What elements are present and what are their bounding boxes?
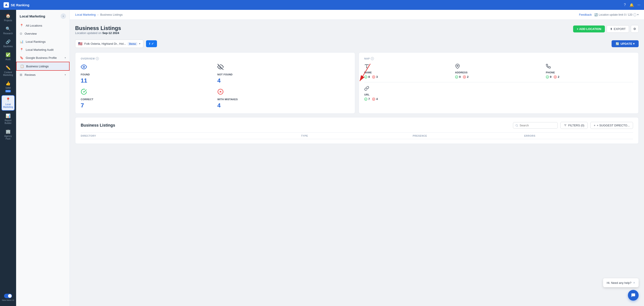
- nap-phone-incorrect-num: 2: [558, 75, 559, 78]
- stats-grid: FOUND 11: [81, 64, 350, 109]
- nap-name-label: NAME: [364, 71, 452, 74]
- update-button[interactable]: 🔄 UPDATE ▾: [612, 40, 639, 47]
- reviews-icon: ⊞: [20, 73, 22, 76]
- nap-phone-correct: 9: [546, 75, 552, 78]
- sidebar-label-smm: SMM: [5, 87, 10, 90]
- sidebar-item-local[interactable]: 📍 Local Marketing: [1, 95, 15, 111]
- nap-phone-item: PHONE 9 2: [546, 64, 633, 78]
- stat-mistakes: WITH MISTAKES 4: [217, 88, 350, 109]
- export-button[interactable]: ⬆ EXPORT: [607, 25, 629, 33]
- search-box[interactable]: [513, 122, 558, 128]
- nap-name-item: NAME 8 3: [364, 64, 452, 78]
- nap-card-title: NAP i: [364, 57, 633, 60]
- overview-title-label: OVERVIEW: [81, 57, 95, 60]
- sidebar-item-smm[interactable]: 👍 SMM Beta: [1, 79, 15, 94]
- nap-phone-label: PHONE: [546, 71, 633, 74]
- fb-check-icon: ✓: [152, 42, 154, 46]
- nav-label-overview: Overview: [24, 32, 66, 35]
- nap-phone-correct-num: 9: [550, 75, 552, 78]
- fb-icon: f: [149, 42, 150, 46]
- correct-icon: [81, 88, 213, 96]
- mistakes-label: WITH MISTAKES: [217, 98, 350, 101]
- local-icon: 📍: [6, 97, 10, 102]
- update-refresh-icon: 🔄: [616, 42, 619, 46]
- sidebar-item-projects[interactable]: 🏠 Projects: [1, 12, 15, 24]
- sidebar-item-audit[interactable]: ✅ Audit: [1, 50, 15, 63]
- nav-label-reviews: Reviews: [24, 73, 62, 76]
- nap-title-label: NAP: [364, 57, 370, 60]
- facebook-button[interactable]: f ✓: [146, 40, 157, 47]
- chat-close-button[interactable]: ×: [633, 281, 635, 284]
- add-location-button[interactable]: + ADD LOCATION: [573, 26, 605, 32]
- listings-table-header: DIRECTORY TYPE PRESENCE ERRORS: [81, 132, 633, 139]
- limit-icon: 🔄: [594, 13, 598, 16]
- demo-badge: Demo: [128, 42, 137, 46]
- chat-tooltip: Hi. Need any help? ×: [603, 278, 639, 287]
- sidebar-item-content[interactable]: ✏️ Content Marketing: [1, 64, 15, 78]
- nav-overview[interactable]: ⊙ Overview: [16, 30, 70, 38]
- nap-address-incorrect: 2: [463, 75, 468, 78]
- filter-icon: [564, 124, 567, 127]
- found-value: 11: [81, 77, 213, 84]
- col-directory: DIRECTORY: [81, 134, 298, 137]
- more-icon[interactable]: ···: [638, 3, 640, 7]
- gbp-icon: 🔖: [20, 56, 24, 60]
- limit-label: Location update limit: [598, 13, 623, 16]
- icon-sidebar: 🏠 Projects 🔍 Research 🔗 Backlinks ✅ Audi…: [0, 10, 16, 306]
- overview-info-icon[interactable]: i: [96, 57, 99, 60]
- stat-not-found: NOT FOUND 4: [217, 64, 350, 84]
- sidebar-item-report[interactable]: 📊 Report Builder: [1, 112, 15, 126]
- feedback-button[interactable]: Feedback: [579, 13, 592, 16]
- chat-bubble-button[interactable]: [628, 290, 639, 301]
- search-icon: [516, 124, 518, 127]
- subtitle-prefix: Location updated on: [75, 31, 102, 35]
- svg-line-28: [518, 126, 518, 126]
- nav-local-marketing-audit[interactable]: 📍 Local Marketing Audit: [16, 46, 70, 54]
- nap-name-counts: 8 3: [364, 75, 452, 78]
- nap-name-correct-num: 8: [368, 75, 370, 78]
- bell-icon[interactable]: 🔔: [630, 3, 634, 7]
- nav-label-business-listings: Business Listings: [26, 65, 66, 68]
- limit-chevron: ▾: [637, 13, 639, 16]
- nav-reviews[interactable]: ⊞ Reviews ▾: [16, 71, 70, 79]
- new-menu-toggle[interactable]: [4, 294, 12, 298]
- sidebar-item-agency[interactable]: 🏢 Agency Pack: [1, 127, 15, 142]
- nav-local-rankings[interactable]: 📊 Local Rankings: [16, 38, 70, 46]
- mistakes-value: 4: [217, 102, 350, 109]
- sidebar-item-research[interactable]: 🔍 Research: [1, 24, 15, 37]
- location-limit: 🔄 Location update limit 0 / 120 i ▾: [594, 13, 639, 16]
- listings-title: Business Listings: [81, 123, 510, 128]
- collapse-button[interactable]: ‹: [60, 14, 66, 19]
- svg-point-12: [457, 65, 458, 66]
- nav-google-business-profile[interactable]: 🔖 Google Business Profile ▾: [16, 54, 70, 62]
- all-locations-icon: 📍: [20, 24, 24, 27]
- business-listings-section: Business Listings FILTERS (0): [75, 117, 639, 144]
- help-icon[interactable]: ?: [624, 3, 626, 7]
- nap-address-incorrect-num: 2: [467, 75, 468, 78]
- suggest-plus-icon: +: [594, 124, 596, 127]
- sidebar-item-backlinks[interactable]: 🔗 Backlinks: [1, 38, 15, 50]
- sidebar-label-projects: Projects: [4, 19, 12, 22]
- gbp-chevron: ▾: [64, 56, 66, 59]
- nap-phone-counts: 9 2: [546, 75, 633, 78]
- location-row: 🇺🇸 Folk Osteria, Highland Dr., Hol... De…: [75, 40, 639, 48]
- nav-label-local-rankings: Local Rankings: [26, 40, 66, 44]
- search-input[interactable]: [520, 124, 555, 127]
- listings-card: Business Listings FILTERS (0): [75, 117, 639, 144]
- page-title-area: Business Listings Location updated on Se…: [75, 25, 639, 38]
- breadcrumb-item-1[interactable]: Local Marketing: [75, 13, 96, 16]
- limit-info-icon[interactable]: i: [633, 13, 636, 16]
- suggest-directory-button[interactable]: + + SUGGEST DIRECTO...: [590, 122, 633, 129]
- nap-items-grid: NAME 8 3: [364, 64, 633, 78]
- nap-url-correct: 7: [364, 97, 370, 101]
- nap-url-section: URL 7 4: [364, 82, 633, 101]
- nav-business-listings[interactable]: 📋 Business Listings: [16, 62, 70, 71]
- stats-section: OVERVIEW i: [75, 52, 639, 114]
- report-icon: 📊: [6, 114, 10, 118]
- nap-info-icon[interactable]: i: [371, 57, 374, 60]
- filters-button[interactable]: FILTERS (0): [560, 122, 588, 129]
- breadcrumb: Local Marketing › Business Listings: [75, 13, 577, 16]
- location-selector[interactable]: 🇺🇸 Folk Osteria, Highland Dr., Hol... De…: [75, 40, 143, 48]
- nav-all-locations[interactable]: 📍 All Locations: [16, 22, 70, 30]
- settings-button[interactable]: ⚙: [631, 25, 639, 33]
